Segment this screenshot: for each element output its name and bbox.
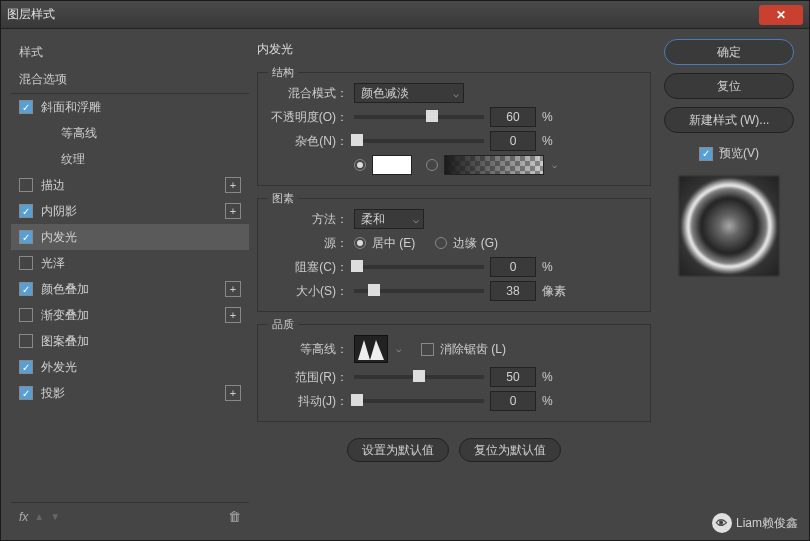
choke-unit: % — [542, 260, 553, 274]
trash-icon[interactable]: 🗑 — [228, 509, 241, 524]
antialias-checkbox[interactable] — [421, 343, 434, 356]
source-center-radio[interactable] — [354, 237, 366, 249]
style-checkbox[interactable] — [19, 204, 33, 218]
source-edge-radio[interactable] — [435, 237, 447, 249]
style-label: 外发光 — [41, 359, 241, 376]
style-item-10[interactable]: 外发光 — [11, 354, 249, 380]
gradient-radio[interactable] — [426, 159, 438, 171]
style-item-4[interactable]: 内阴影+ — [11, 198, 249, 224]
style-label: 等高线 — [61, 125, 241, 142]
antialias-label: 消除锯齿 (L) — [440, 341, 506, 358]
quality-group-label: 品质 — [268, 317, 298, 332]
plus-icon[interactable]: + — [225, 177, 241, 193]
noise-slider[interactable] — [354, 139, 484, 143]
choke-label: 阻塞(C)： — [268, 259, 348, 276]
range-slider[interactable] — [354, 375, 484, 379]
blend-mode-dropdown[interactable]: 颜色减淡 — [354, 83, 464, 103]
plus-icon[interactable]: + — [225, 281, 241, 297]
choke-slider[interactable] — [354, 265, 484, 269]
plus-icon[interactable]: + — [225, 385, 241, 401]
style-checkbox[interactable] — [19, 230, 33, 244]
style-item-8[interactable]: 渐变叠加+ — [11, 302, 249, 328]
style-checkbox[interactable] — [19, 178, 33, 192]
style-label: 光泽 — [41, 255, 241, 272]
style-label: 颜色叠加 — [41, 281, 225, 298]
color-swatch[interactable] — [372, 155, 412, 175]
size-slider[interactable] — [354, 289, 484, 293]
style-item-11[interactable]: 投影+ — [11, 380, 249, 406]
source-edge-label: 边缘 (G) — [453, 235, 498, 252]
style-item-5[interactable]: 内发光 — [11, 224, 249, 250]
jitter-slider[interactable] — [354, 399, 484, 403]
preview-label: 预览(V) — [719, 145, 759, 162]
opacity-slider[interactable] — [354, 115, 484, 119]
style-label: 斜面和浮雕 — [41, 99, 241, 116]
plus-icon[interactable]: + — [225, 203, 241, 219]
contour-picker[interactable] — [354, 335, 388, 363]
jitter-label: 抖动(J)： — [268, 393, 348, 410]
new-style-button[interactable]: 新建样式 (W)... — [664, 107, 794, 133]
gradient-dropdown-icon[interactable]: ⌵ — [552, 160, 557, 170]
technique-dropdown[interactable]: 柔和 — [354, 209, 424, 229]
preview-thumbnail — [679, 176, 779, 276]
gradient-swatch[interactable] — [444, 155, 544, 175]
style-checkbox[interactable] — [19, 256, 33, 270]
style-checkbox[interactable] — [19, 386, 33, 400]
style-checkbox[interactable] — [39, 126, 53, 140]
cancel-button[interactable]: 复位 — [664, 73, 794, 99]
contour-label: 等高线： — [268, 341, 348, 358]
style-label: 内阴影 — [41, 203, 225, 220]
style-checkbox[interactable] — [19, 360, 33, 374]
style-item-3[interactable]: 描边+ — [11, 172, 249, 198]
window-title: 图层样式 — [7, 6, 759, 23]
preview-checkbox[interactable] — [699, 147, 713, 161]
style-checkbox[interactable] — [19, 282, 33, 296]
noise-unit: % — [542, 134, 553, 148]
style-checkbox[interactable] — [19, 100, 33, 114]
style-item-6[interactable]: 光泽 — [11, 250, 249, 276]
style-checkbox[interactable] — [19, 308, 33, 322]
structure-group: 结构 混合模式： 颜色减淡 不透明度(O)： 60 % 杂色(N)： 0 % — [257, 72, 651, 186]
range-label: 范围(R)： — [268, 369, 348, 386]
range-input[interactable]: 50 — [490, 367, 536, 387]
plus-icon[interactable]: + — [225, 307, 241, 323]
close-button[interactable]: ✕ — [759, 5, 803, 25]
contour-dropdown-icon[interactable]: ⌵ — [396, 344, 401, 354]
reset-default-button[interactable]: 复位为默认值 — [459, 438, 561, 462]
jitter-input[interactable]: 0 — [490, 391, 536, 411]
ok-button[interactable]: 确定 — [664, 39, 794, 65]
blend-mode-label: 混合模式： — [268, 85, 348, 102]
arrow-up-icon[interactable]: ▲ — [34, 511, 44, 522]
blend-options-header[interactable]: 混合选项 — [11, 66, 249, 94]
arrow-down-icon[interactable]: ▼ — [50, 511, 60, 522]
noise-input[interactable]: 0 — [490, 131, 536, 151]
watermark: 👁 Liam赖俊鑫 — [712, 513, 798, 533]
settings-panel: 内发光 结构 混合模式： 颜色减淡 不透明度(O)： 60 % 杂色(N)： 0 — [257, 39, 651, 530]
style-item-0[interactable]: 斜面和浮雕 — [11, 94, 249, 120]
opacity-input[interactable]: 60 — [490, 107, 536, 127]
style-label: 图案叠加 — [41, 333, 241, 350]
range-unit: % — [542, 370, 553, 384]
color-radio[interactable] — [354, 159, 366, 171]
styles-header[interactable]: 样式 — [11, 39, 249, 66]
weibo-icon: 👁 — [712, 513, 732, 533]
make-default-button[interactable]: 设置为默认值 — [347, 438, 449, 462]
style-item-7[interactable]: 颜色叠加+ — [11, 276, 249, 302]
choke-input[interactable]: 0 — [490, 257, 536, 277]
fx-label[interactable]: fx — [19, 510, 28, 524]
style-checkbox[interactable] — [39, 152, 53, 166]
technique-label: 方法： — [268, 211, 348, 228]
style-label: 渐变叠加 — [41, 307, 225, 324]
section-title: 内发光 — [257, 39, 651, 60]
style-item-9[interactable]: 图案叠加 — [11, 328, 249, 354]
styles-footer: fx ▲ ▼ 🗑 — [11, 502, 249, 530]
style-checkbox[interactable] — [19, 334, 33, 348]
style-item-1[interactable]: 等高线 — [11, 120, 249, 146]
elements-group-label: 图素 — [268, 191, 298, 206]
style-item-2[interactable]: 纹理 — [11, 146, 249, 172]
size-input[interactable]: 38 — [490, 281, 536, 301]
style-label: 投影 — [41, 385, 225, 402]
size-label: 大小(S)： — [268, 283, 348, 300]
noise-label: 杂色(N)： — [268, 133, 348, 150]
opacity-label: 不透明度(O)： — [268, 109, 348, 126]
